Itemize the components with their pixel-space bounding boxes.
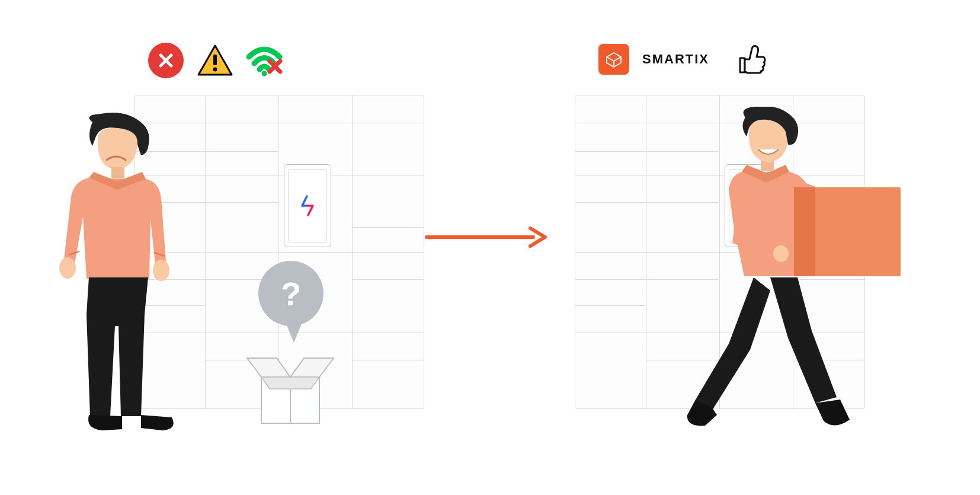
question-mark: ? (281, 274, 301, 313)
person-sad-icon (41, 113, 196, 445)
brand-label: SMARTIX (642, 52, 709, 67)
generic-logo-icon (299, 194, 316, 218)
problem-icons-row (148, 43, 287, 78)
svg-point-10 (773, 245, 789, 262)
arrow-transition-icon (424, 225, 551, 249)
smartix-logo-icon (598, 44, 629, 75)
locker-screen-problem (284, 164, 331, 247)
solution-icons-row: SMARTIX (598, 43, 767, 76)
svg-point-8 (153, 260, 169, 281)
svg-point-1 (213, 68, 217, 72)
package-box-icon (794, 187, 901, 276)
empty-box-icon (246, 350, 335, 427)
svg-rect-6 (111, 167, 124, 178)
svg-point-7 (59, 257, 76, 279)
question-bubble: ? (258, 261, 324, 326)
thumbs-up-icon (734, 43, 767, 76)
question-bubble-tail (286, 322, 302, 343)
wifi-off-icon (246, 44, 287, 77)
svg-rect-0 (213, 55, 217, 65)
svg-point-2 (262, 71, 267, 76)
warning-icon (197, 44, 233, 77)
error-icon (148, 43, 184, 78)
